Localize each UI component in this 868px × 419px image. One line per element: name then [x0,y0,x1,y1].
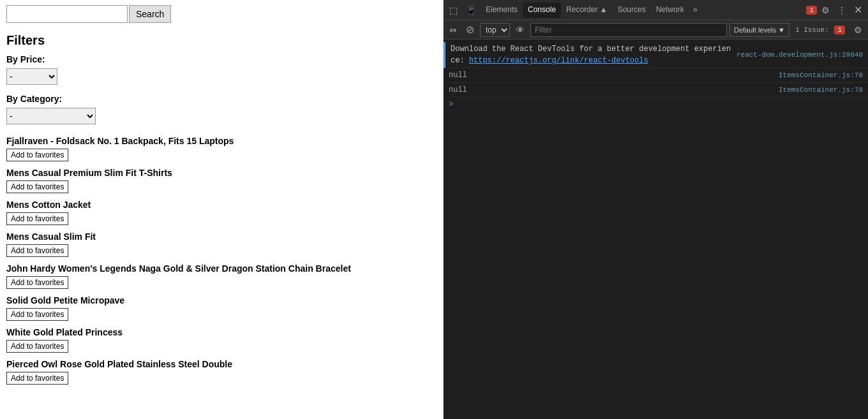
devtools-frame-select[interactable]: top [480,23,510,37]
price-filter-select[interactable]: - [6,68,57,85]
console-entry-0: Download the React DevTools for a better… [444,42,868,68]
devtools-threedot-icon[interactable]: ⋮ [834,4,849,17]
category-filter-label: By Category: [6,94,437,104]
filters-section: Filters By Price: - By Category: - [6,33,437,133]
devtools-tab-network[interactable]: Network [651,3,689,17]
add-to-favorites-button[interactable]: Add to favorites [6,149,68,161]
console-arrow-icon: > [449,100,453,109]
devtools-secondbar: ⇔ ⊘ top 👁 Default levels ▼ 1 Issue: 1 ⚙ [444,20,868,40]
add-to-favorites-button[interactable]: Add to favorites [6,308,68,321]
devtools-levels-button[interactable]: Default levels ▼ [730,23,789,37]
add-to-favorites-button[interactable]: Add to favorites [6,244,68,257]
console-prompt[interactable]: > [444,98,868,111]
category-filter-select[interactable]: - [6,108,96,124]
product-name: Mens Casual Premium Slim Fit T-Shirts [6,168,437,178]
devtools-device-icon[interactable]: 📱 [462,4,479,17]
console-file-ref[interactable]: ItemsContainer.js:78 [779,86,863,94]
add-to-favorites-button[interactable]: Add to favorites [6,276,68,289]
devtools-topbar: ⬚ 📱 ElementsConsoleRecorder ▲SourcesNetw… [444,0,868,20]
add-to-favorites-button[interactable]: Add to favorites [6,340,68,353]
console-text: Download the React DevTools for a better… [451,43,731,66]
console-link[interactable]: https://reactjs.org/link/react-devtools [469,56,648,65]
devtools-tab-sources[interactable]: Sources [613,3,651,17]
devtools-filter-input[interactable] [530,23,727,37]
devtools-console: Download the React DevTools for a better… [444,40,868,419]
search-area: Search [6,5,437,23]
devtools-circle-icon[interactable]: ⊘ [463,22,477,37]
app-panel: Search Filters By Price: - By Category: … [0,0,444,419]
devtools-settings-icon[interactable]: ⚙ [851,24,865,36]
filters-title: Filters [6,33,437,48]
product-list: Fjallraven - Foldsack No. 1 Backpack, Fi… [6,136,437,388]
search-input[interactable] [6,5,128,23]
add-to-favorites-button[interactable]: Add to favorites [6,212,68,225]
search-button[interactable]: Search [129,5,171,23]
console-entry-2: nullItemsContainer.js:78 [444,83,868,98]
product-name: Mens Casual Slim Fit [6,232,437,242]
devtools-more-icon[interactable]: » [691,3,700,17]
devtools-frame-icon[interactable]: ⇔ [446,24,460,36]
add-to-favorites-button[interactable]: Add to favorites [6,180,68,193]
devtools-panel: ⬚ 📱 ElementsConsoleRecorder ▲SourcesNetw… [444,0,868,419]
devtools-gear-icon[interactable]: ⚙ [818,4,833,17]
devtools-tabs: ElementsConsoleRecorder ▲SourcesNetwork [481,3,689,18]
devtools-inspect-icon[interactable]: ⬚ [446,4,461,17]
product-name: Solid Gold Petite Micropave [6,295,437,305]
console-text: null [449,84,774,96]
product-name: White Gold Plated Princess [6,327,437,337]
devtools-issue-badge: 1 [806,6,817,15]
product-name: Fjallraven - Foldsack No. 1 Backpack, Fi… [6,136,437,146]
add-to-favorites-button[interactable]: Add to favorites [6,372,68,385]
devtools-close-icon[interactable]: ✕ [851,3,865,17]
console-text: null [449,70,774,81]
devtools-issue-count[interactable]: 1 Issue: 1 [792,25,848,35]
console-entry-1: nullItemsContainer.js:78 [444,68,868,83]
product-name: Mens Cotton Jacket [6,200,437,210]
devtools-tab-recorder-▲[interactable]: Recorder ▲ [561,3,613,17]
price-filter-label: By Price: [6,54,437,64]
devtools-tab-console[interactable]: Console [523,3,561,18]
console-file-ref[interactable]: react-dom.development.js:29840 [737,51,863,59]
devtools-tab-elements[interactable]: Elements [481,3,523,17]
console-file-ref[interactable]: ItemsContainer.js:78 [779,71,863,79]
devtools-eye-icon[interactable]: 👁 [513,24,528,36]
product-name: Pierced Owl Rose Gold Plated Stainless S… [6,359,437,369]
product-name: John Hardy Women's Legends Naga Gold & S… [6,263,437,274]
